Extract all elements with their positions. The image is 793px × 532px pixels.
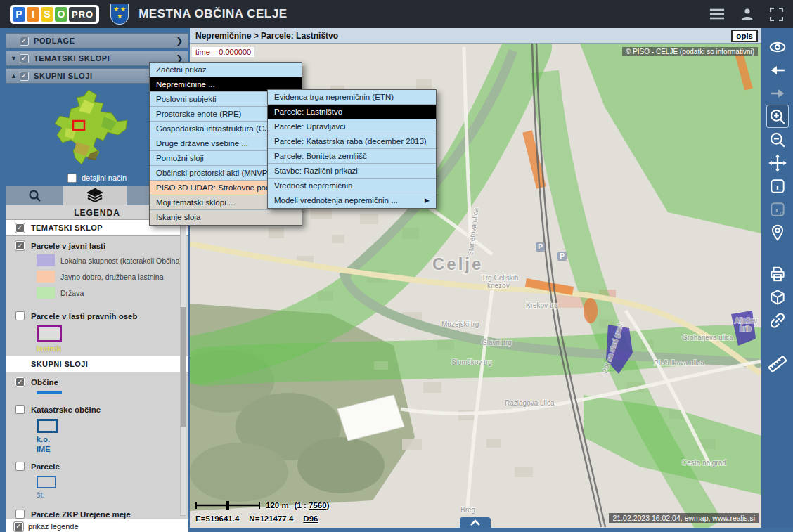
scale-bar: 120 m (1 : 7560) [195, 501, 330, 510]
tab-search[interactable] [6, 186, 63, 205]
layers-icon [87, 188, 103, 202]
swatch-label: Država [60, 289, 84, 297]
share-link-button[interactable] [766, 309, 789, 332]
arrow-left-icon [768, 61, 787, 79]
submenu-item-stavbe-prikazi[interactable]: Stavbe: Različni prikazi [268, 164, 436, 179]
swatch-katastrske-outline [37, 419, 58, 433]
pan-button[interactable] [766, 151, 789, 174]
swatch-obcine-line [37, 391, 62, 394]
prikaz-legende-label: prikaz legende [28, 522, 79, 531]
street-label: Krekov trg [526, 301, 558, 309]
user-icon[interactable] [740, 7, 754, 21]
obcine-checkbox[interactable]: ✓ [15, 377, 25, 387]
menu-item-zacetni-prikaz[interactable]: Začetni prikaz [150, 63, 302, 77]
view-3d-button[interactable] [766, 285, 789, 309]
coordinate-readout: E=519641.4 N=121477.4 D96 [195, 514, 318, 523]
skupni-checkbox[interactable]: ✓ [20, 72, 29, 81]
detail-mode-checkbox[interactable] [67, 174, 77, 183]
katastrske-checkbox[interactable] [15, 405, 25, 414]
submenu-item-parcele-lastnistvo[interactable]: Parcele: Lastništvo [268, 105, 436, 119]
parcele-pravne-checkbox[interactable] [15, 311, 25, 320]
menu-item-iskanje-sloja[interactable]: Iskanje sloja [150, 210, 302, 225]
legend-scrollbar[interactable] [180, 222, 186, 516]
parcele-checkbox[interactable] [15, 462, 25, 471]
legend-scrollbar-thumb[interactable] [181, 307, 186, 427]
street-label: Plečnikova ulica [654, 359, 704, 367]
sidebar-section-podlage[interactable]: ✓ PODLAGE ❯ [6, 33, 188, 48]
tab-layers-active[interactable] [63, 186, 127, 205]
pan-icon [768, 153, 787, 173]
previous-view-button[interactable] [766, 58, 789, 82]
submenu-item-parcele-katastrska-raba[interactable]: Parcele: Katastrska raba (december 2013) [268, 134, 436, 149]
datum-link[interactable]: D96 [303, 514, 318, 523]
legend-swatch-row: Javno dobro, družbena lastnina [6, 268, 188, 285]
logo-letter-o: O [55, 7, 67, 22]
parcele-zkp-checkbox[interactable] [15, 510, 25, 519]
tematski-checkbox[interactable]: ✓ [20, 54, 29, 63]
street-label: hrib [740, 325, 752, 332]
chevron-right-icon: ❯ [176, 36, 183, 46]
opis-button[interactable]: opis [731, 30, 758, 42]
street-label: Razlagova ulica [505, 399, 555, 407]
expand-triangle-icon: ▲ [11, 72, 20, 79]
legend-item-parcele-javni: ✓ Parcele v javni lasti [6, 236, 188, 252]
parcele-javni-checkbox[interactable]: ✓ [15, 241, 25, 250]
piso-pro-logo[interactable]: P I S O PRO [10, 5, 99, 24]
breadcrumb-path: Nepremičnine > Parcele: Lastništvo [195, 31, 338, 41]
map-copyright: © PISO - CELJE (podatki so informativni) [622, 47, 758, 56]
easting-value: E=519641.4 [195, 514, 239, 523]
city-label: Celje [432, 254, 483, 273]
street-label: Glavni trg [482, 339, 512, 346]
submenu-item-vrednost-nepremicnin[interactable]: Vrednost nepremičnin [268, 179, 436, 193]
street-label: Muzejski trg [441, 320, 479, 328]
print-button[interactable] [766, 262, 789, 285]
identify-group-button-disabled[interactable]: g [766, 197, 789, 221]
swatch-label: Javno dobro, družbena lastnina [60, 273, 164, 281]
swatch-lastnik-outline [37, 325, 62, 342]
zoom-out-button[interactable] [766, 128, 789, 151]
next-view-button-disabled[interactable] [766, 82, 789, 105]
street-label: knezov [487, 282, 510, 290]
svg-text:P: P [538, 243, 543, 251]
expand-bottom-panel-button[interactable] [460, 517, 491, 528]
detail-mode-label: detajlni način [82, 174, 127, 182]
search-icon [28, 189, 41, 202]
zoom-in-button-selected[interactable] [766, 105, 789, 128]
locate-button[interactable] [766, 221, 789, 244]
submenu-arrow-icon: ▶ [419, 193, 430, 208]
submenu-item-parcele-boniteta[interactable]: Parcele: Boniteta zemljišč [268, 149, 436, 164]
podlage-checkbox[interactable]: ✓ [20, 37, 29, 46]
collapse-triangle-icon: ▼ [11, 55, 20, 62]
measure-button[interactable] [766, 352, 789, 375]
menu-icon[interactable] [709, 8, 725, 20]
piso-app: P I S O PRO ★ ★ ★ MESTNA OBČINA CELJE [0, 0, 793, 532]
tematski-sklop-checkbox[interactable]: ✓ [15, 223, 25, 233]
legend-swatch-row: Lokalna skupnost (katerakoli Občina) [6, 252, 188, 268]
scale-ratio: (1 : 7560) [295, 501, 330, 510]
svg-text:g: g [780, 209, 783, 216]
page-title: MESTNA OBČINA CELJE [138, 7, 287, 21]
cube-3d-icon [768, 288, 787, 306]
legend-item-label: Parcele [31, 462, 60, 471]
street-label: Groharjeva ulica [682, 334, 733, 342]
scale-ratio-value[interactable]: 7560 [309, 501, 327, 510]
swatch-drzava [37, 287, 55, 299]
zoom-out-icon [768, 131, 787, 149]
submenu-item-parcele-upravljavci[interactable]: Parcele: Upravljavci [268, 119, 436, 134]
map-timestamp: 21.02.2023 16:02:04, ewmap, www.realis.s… [609, 513, 759, 523]
header-bar: P I S O PRO ★ ★ ★ MESTNA OBČINA CELJE [0, 0, 793, 28]
parking-icon: P [536, 242, 545, 252]
identify-button[interactable] [766, 174, 789, 197]
logo-letter-p: P [13, 7, 25, 22]
northing-value: N=121477.4 [249, 514, 293, 523]
fullscreen-icon[interactable] [770, 8, 783, 21]
legend-item-parcele-pravne: Parcele v lasti pravnih oseb [6, 306, 188, 323]
section-label: PODLAGE [34, 37, 75, 45]
submenu-item-etn[interactable]: Evidenca trga nepremičnin (ETN) [268, 90, 436, 105]
prikaz-legende-checkbox[interactable]: ✓ [14, 522, 23, 531]
scale-bar-graphic [195, 501, 260, 510]
legend-item-katastrske: Katastrske občine [6, 400, 188, 416]
arrow-right-icon [768, 84, 787, 103]
submenu-item-modeli-vrednotenja[interactable]: Modeli vrednotenja nepremičnin ... ▶ [268, 193, 436, 208]
eye-visibility-button[interactable] [766, 35, 789, 58]
